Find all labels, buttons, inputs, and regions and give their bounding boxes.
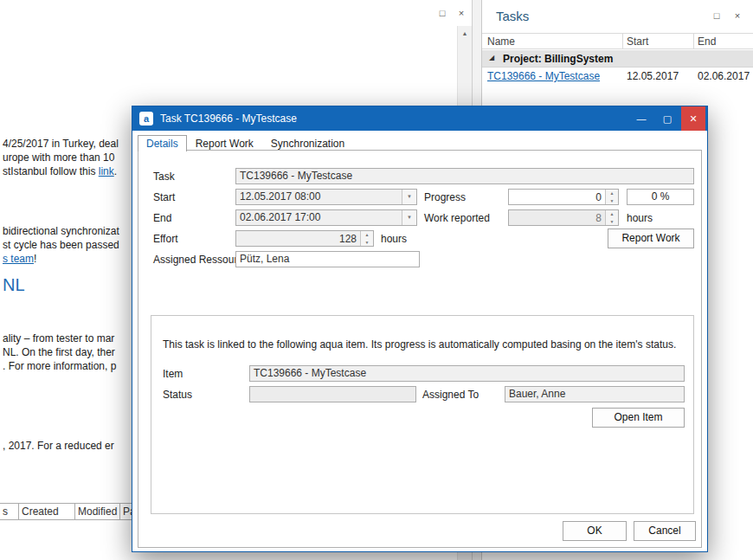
task-link[interactable]: TC139666 - MyTestcase [487, 70, 600, 82]
details-tab-page: Task TC139666 - MyTestcase Start 12.05.2… [138, 150, 702, 548]
app-logo-icon: a [139, 112, 153, 126]
open-item-button[interactable]: Open Item [592, 408, 685, 428]
task-dialog: a Task TC139666 - MyTestcase — ▢ ✕ Detai… [132, 106, 708, 552]
effort-stepper[interactable]: 128 ▲ ▼ [235, 230, 374, 247]
spin-down-icon[interactable]: ▼ [606, 197, 618, 205]
close-icon[interactable]: ✕ [681, 106, 705, 131]
spin-up-icon[interactable]: ▲ [361, 231, 373, 239]
status-field[interactable] [249, 386, 416, 402]
spin-buttons[interactable]: ▲ ▼ [360, 231, 373, 246]
effort-unit: hours [381, 233, 407, 246]
tab-strip: Details Report Work Synchronization [138, 135, 353, 151]
linked-item-groupbox: This task is linked to the following aqu… [151, 315, 694, 514]
text-line: bidirectional synchronizat [3, 224, 119, 238]
close-icon[interactable]: × [454, 6, 468, 20]
text-fragment: . [114, 165, 117, 177]
item-label: Item [163, 368, 183, 381]
text-fragment: ! [34, 253, 36, 265]
column-separator [622, 34, 623, 48]
tab-report-work[interactable]: Report Work [187, 135, 262, 151]
group-expanded-icon[interactable]: ◢ [489, 54, 494, 61]
assigned-resource-field[interactable]: Pütz, Lena [235, 251, 420, 267]
effort-label: Effort [153, 233, 177, 246]
work-reported-label: Work reported [424, 212, 490, 225]
assigned-to-field[interactable]: Bauer, Anne [505, 386, 685, 402]
task-field[interactable]: TC139666 - MyTestcase [235, 168, 694, 184]
maximize-icon[interactable]: □ [710, 9, 724, 23]
spin-down-icon[interactable]: ▼ [606, 218, 618, 226]
tab-synchronization[interactable]: Synchronization [262, 135, 353, 151]
dialog-titlebar[interactable]: a Task TC139666 - MyTestcase — ▢ ✕ [132, 106, 707, 131]
grid-column-header[interactable]: Modified [75, 504, 120, 519]
item-field[interactable]: TC139666 - MyTestcase [249, 365, 685, 382]
ok-button[interactable]: OK [563, 521, 627, 541]
maximize-icon[interactable]: ▢ [655, 106, 679, 131]
minimize-icon[interactable]: — [629, 106, 653, 131]
text-line: NL. On the first day, ther [3, 345, 115, 359]
report-work-button[interactable]: Report Work [608, 229, 694, 248]
section-heading: NL [3, 275, 25, 295]
text-line: st cycle has been passed [3, 238, 119, 252]
end-date-field[interactable]: 02.06.2017 17:00 ▼ [235, 209, 417, 226]
spin-up-icon[interactable]: ▲ [606, 210, 618, 218]
text-line: . For more information, p [3, 359, 116, 373]
progress-value: 0 [509, 190, 605, 204]
spin-up-icon[interactable]: ▲ [606, 190, 618, 197]
tasks-grid-header: Name Start End [482, 33, 753, 49]
end-label: End [153, 212, 171, 225]
close-icon[interactable]: × [730, 9, 744, 23]
grid-column-header[interactable]: Created [19, 504, 75, 519]
column-header-name[interactable]: Name [487, 35, 515, 48]
grid-column-header[interactable]: s [0, 504, 19, 519]
assigned-resource-label: Assigned Ressource [153, 254, 248, 267]
hyperlink[interactable]: link [99, 165, 114, 177]
group-row-label: Project: BillingSystem [503, 53, 613, 65]
text-fragment: stIstanbul follow this [3, 165, 99, 177]
text-line: stIstanbul follow this link. [3, 164, 117, 178]
dropdown-icon[interactable]: ▼ [402, 210, 416, 225]
maximize-icon[interactable]: □ [435, 6, 449, 20]
work-reported-value: 8 [509, 210, 605, 225]
assigned-to-label: Assigned To [422, 389, 479, 402]
progress-label: Progress [424, 191, 466, 204]
end-date-value: 02.06.2017 17:00 [240, 211, 320, 223]
spin-buttons[interactable]: ▲ ▼ [605, 210, 618, 225]
dialog-title: Task TC139666 - MyTestcase [160, 113, 297, 125]
task-end-date: 02.06.2017 [698, 70, 750, 82]
start-label: Start [153, 191, 175, 204]
text-line: ality – from tester to mar [3, 331, 114, 345]
text-line: 4/25/2017 in Turkey, deal [3, 137, 119, 151]
task-start-date: 12.05.2017 [627, 70, 679, 82]
spin-down-icon[interactable]: ▼ [361, 239, 373, 247]
column-header-start[interactable]: Start [627, 35, 648, 48]
text-line: , 2017. For a reduced er [3, 439, 114, 453]
cancel-button[interactable]: Cancel [634, 521, 696, 541]
background-window-titlebar: □ × [0, 0, 472, 26]
work-reported-stepper[interactable]: 8 ▲ ▼ [508, 209, 619, 226]
group-row-project[interactable]: ◢ Project: BillingSystem [482, 50, 753, 68]
tasks-panel-title: Tasks [496, 9, 529, 23]
status-label: Status [163, 389, 192, 402]
linked-item-description: This task is linked to the following aqu… [163, 338, 676, 351]
team-hyperlink[interactable]: s team [3, 253, 34, 265]
task-label: Task [153, 171, 175, 183]
progress-stepper[interactable]: 0 ▲ ▼ [508, 189, 619, 205]
column-header-end[interactable]: End [698, 35, 716, 48]
table-row[interactable]: TC139666 - MyTestcase 12.05.2017 02.06.2… [482, 69, 753, 85]
start-date-field[interactable]: 12.05.2017 08:00 ▼ [235, 189, 417, 205]
text-line: s team! [3, 252, 36, 266]
scroll-up-icon[interactable]: ▲ [458, 26, 472, 41]
dialog-client-area: Details Report Work Synchronization Task… [132, 131, 707, 551]
dropdown-icon[interactable]: ▼ [402, 190, 416, 204]
tab-details[interactable]: Details [138, 135, 187, 151]
column-separator [693, 34, 694, 48]
desktop: □ × 4/25/2017 in Turkey, deal urope with… [0, 0, 753, 560]
start-date-value: 12.05.2017 08:00 [240, 190, 320, 203]
work-reported-unit: hours [627, 212, 653, 225]
text-line: urope with more than 10 [3, 151, 114, 164]
spin-buttons[interactable]: ▲ ▼ [605, 190, 618, 204]
progress-percent-box: 0 % [627, 189, 694, 205]
effort-value: 128 [236, 231, 360, 246]
